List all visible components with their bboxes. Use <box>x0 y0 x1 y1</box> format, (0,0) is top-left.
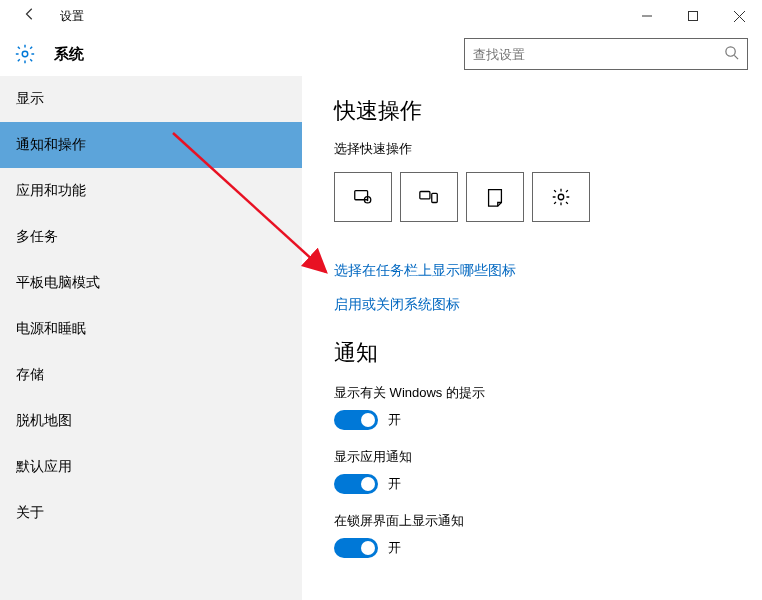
sidebar-item-7[interactable]: 脱机地图 <box>0 398 302 444</box>
svg-rect-7 <box>355 191 368 200</box>
toggle-state: 开 <box>388 475 401 493</box>
settings-icon <box>14 43 36 65</box>
sidebar-item-3[interactable]: 多任务 <box>0 214 302 260</box>
quick-action-settings[interactable] <box>532 172 590 222</box>
minimize-button[interactable] <box>624 0 670 32</box>
category-title: 系统 <box>54 45 84 64</box>
toggle-label: 显示有关 Windows 的提示 <box>334 384 762 402</box>
notifications-heading: 通知 <box>334 338 762 368</box>
toggle-switch[interactable] <box>334 474 378 494</box>
maximize-button[interactable] <box>670 0 716 32</box>
toggle-row-0: 显示有关 Windows 的提示开 <box>334 384 762 430</box>
svg-line-6 <box>734 55 738 59</box>
toggle-state: 开 <box>388 411 401 429</box>
toggle-row-2: 在锁屏界面上显示通知开 <box>334 512 762 558</box>
svg-point-12 <box>558 194 564 200</box>
sidebar-item-0[interactable]: 显示 <box>0 76 302 122</box>
search-input[interactable] <box>473 47 724 62</box>
system-icons-link[interactable]: 启用或关闭系统图标 <box>334 296 762 314</box>
svg-rect-11 <box>432 193 438 202</box>
toggle-row-1: 显示应用通知开 <box>334 448 762 494</box>
toggle-label: 在锁屏界面上显示通知 <box>334 512 762 530</box>
window-title: 设置 <box>60 8 84 25</box>
sidebar-item-9[interactable]: 关于 <box>0 490 302 536</box>
quick-actions-heading: 快速操作 <box>334 96 762 126</box>
quick-action-tablet[interactable] <box>334 172 392 222</box>
sidebar-item-5[interactable]: 电源和睡眠 <box>0 306 302 352</box>
quick-action-note[interactable] <box>466 172 524 222</box>
close-button[interactable] <box>716 0 762 32</box>
svg-point-4 <box>22 51 28 57</box>
content-pane: 快速操作 选择快速操作 选择在任务栏上显示哪些图标 启用或关闭系统图标 通知 显… <box>302 76 762 600</box>
quick-action-connect[interactable] <box>400 172 458 222</box>
search-box[interactable] <box>464 38 748 70</box>
sidebar-item-4[interactable]: 平板电脑模式 <box>0 260 302 306</box>
taskbar-icons-link[interactable]: 选择在任务栏上显示哪些图标 <box>334 262 762 280</box>
sidebar-item-8[interactable]: 默认应用 <box>0 444 302 490</box>
back-button[interactable] <box>18 7 42 25</box>
toggle-label: 显示应用通知 <box>334 448 762 466</box>
toggle-switch[interactable] <box>334 410 378 430</box>
toggle-state: 开 <box>388 539 401 557</box>
sidebar: 显示通知和操作应用和功能多任务平板电脑模式电源和睡眠存储脱机地图默认应用关于 <box>0 76 302 600</box>
search-icon <box>724 45 739 63</box>
svg-rect-10 <box>420 192 430 199</box>
svg-rect-1 <box>689 12 698 21</box>
sidebar-item-6[interactable]: 存储 <box>0 352 302 398</box>
svg-point-5 <box>726 47 735 56</box>
sidebar-item-2[interactable]: 应用和功能 <box>0 168 302 214</box>
quick-actions-sub: 选择快速操作 <box>334 140 762 158</box>
sidebar-item-1[interactable]: 通知和操作 <box>0 122 302 168</box>
toggle-switch[interactable] <box>334 538 378 558</box>
